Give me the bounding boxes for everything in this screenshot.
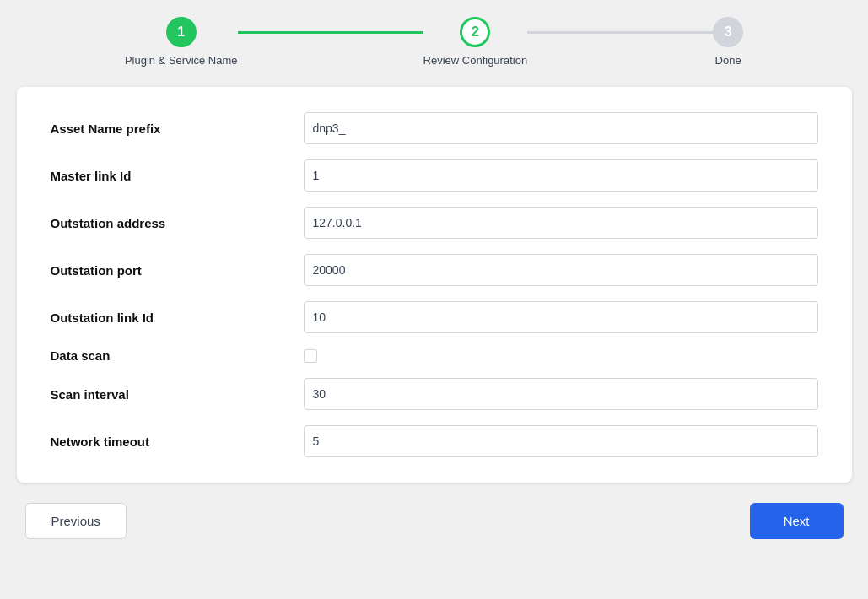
field-outstation-port: Outstation port [51,254,818,286]
field-scan-interval: Scan interval [51,378,818,410]
step-2: 2 Review Configuration [423,17,528,67]
field-data-scan: Data scan [51,348,818,363]
step-3-number: 3 [725,24,732,40]
next-button[interactable]: Next [750,503,844,539]
step-2-number: 2 [472,24,479,40]
input-outstation-link-id[interactable] [304,301,818,333]
input-scan-interval[interactable] [304,378,818,410]
field-outstation-link-id: Outstation link Id [51,301,818,333]
label-master-link-id: Master link Id [51,169,304,183]
form-card: Asset Name prefix Master link Id Outstat… [17,87,852,483]
step-3: 3 Done [713,17,743,67]
step-3-label: Done [715,54,741,67]
checkbox-data-scan[interactable] [304,349,317,363]
step-2-label: Review Configuration [423,54,528,67]
label-outstation-address: Outstation address [51,216,304,230]
step-1-label: Plugin & Service Name [125,54,238,67]
step-1: 1 Plugin & Service Name [125,17,238,67]
step-1-circle: 1 [166,17,197,47]
input-outstation-address[interactable] [304,207,818,239]
label-outstation-link-id: Outstation link Id [51,310,304,325]
field-asset-name-prefix: Asset Name prefix [51,112,818,144]
field-master-link-id: Master link Id [51,159,818,192]
step-1-number: 1 [177,24,185,40]
input-master-link-id[interactable] [304,159,818,192]
input-network-timeout[interactable] [304,425,818,457]
previous-button[interactable]: Previous [25,503,127,539]
label-data-scan: Data scan [51,348,304,363]
stepper: 1 Plugin & Service Name 2 Review Configu… [0,17,868,67]
input-asset-name-prefix[interactable] [304,112,818,144]
label-network-timeout: Network timeout [51,434,304,449]
field-outstation-address: Outstation address [51,207,818,239]
bottom-bar: Previous Next [17,503,852,539]
step-3-circle: 3 [713,17,743,47]
label-asset-name-prefix: Asset Name prefix [51,121,304,136]
label-scan-interval: Scan interval [51,387,304,402]
connector-2 [527,31,713,34]
step-2-circle: 2 [460,17,490,47]
input-outstation-port[interactable] [304,254,818,286]
connector-1 [238,31,423,34]
label-outstation-port: Outstation port [51,263,304,278]
field-network-timeout: Network timeout [51,425,818,457]
